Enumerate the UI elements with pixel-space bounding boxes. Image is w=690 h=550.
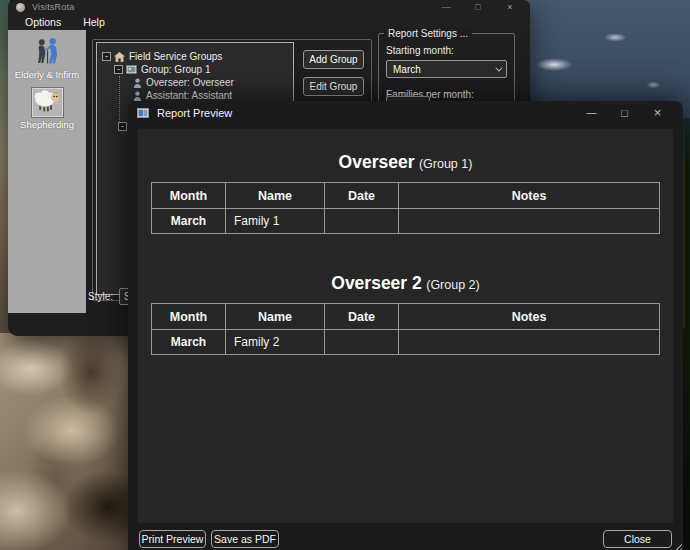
section-heading: Overseer 2 (Group 2) bbox=[138, 273, 673, 294]
tree-label-assistant: Assistant: Assistant bbox=[146, 90, 232, 101]
sheep-icon bbox=[31, 87, 64, 118]
sidebar-label-elderly: Elderly & Infirm bbox=[8, 69, 86, 80]
col-header-name: Name bbox=[226, 304, 325, 330]
section-subtitle: (Group 1) bbox=[419, 157, 473, 171]
person-icon bbox=[133, 78, 142, 88]
section-title: Overseer bbox=[339, 152, 415, 172]
sidebar: Elderly & Infirm bbox=[8, 30, 86, 313]
print-preview-button[interactable]: Print Preview bbox=[139, 530, 206, 548]
col-header-notes: Notes bbox=[399, 183, 660, 209]
cell-name: Family 1 bbox=[226, 209, 325, 234]
maximize-icon[interactable]: □ bbox=[608, 101, 641, 125]
minimize-icon[interactable]: — bbox=[575, 101, 608, 125]
tree-node-group1[interactable]: - Group: Group 1 bbox=[97, 63, 293, 76]
cell-date bbox=[325, 330, 399, 355]
collapse-icon[interactable]: - bbox=[118, 122, 127, 131]
menu-options[interactable]: Options bbox=[14, 15, 72, 29]
sidebar-item-shepherding[interactable]: Shepherding bbox=[8, 87, 86, 130]
maximize-icon[interactable]: □ bbox=[462, 0, 494, 14]
dialog-button-row: Print Preview Save as PDF Close bbox=[139, 530, 672, 548]
tree-label-root: Field Service Groups bbox=[129, 51, 222, 62]
table-row: March Family 2 bbox=[152, 330, 660, 355]
main-window-title: VisitsRota bbox=[32, 2, 74, 12]
section-title: Overseer 2 bbox=[331, 273, 422, 293]
col-header-notes: Notes bbox=[399, 304, 660, 330]
report-table-group2: Month Name Date Notes March Family 2 bbox=[151, 303, 660, 355]
report-icon bbox=[137, 104, 149, 122]
report-section-group1: Overseer (Group 1) Month Name Date Notes… bbox=[138, 129, 673, 234]
group-icon bbox=[126, 65, 137, 74]
cell-name: Family 2 bbox=[226, 330, 325, 355]
col-header-date: Date bbox=[325, 183, 399, 209]
report-table-group1: Month Name Date Notes March Family 1 bbox=[151, 182, 660, 234]
desktop: VisitsRota — □ × Options Help bbox=[0, 0, 690, 550]
wallpaper-tree-bark bbox=[0, 333, 138, 550]
report-settings-legend: Report Settings ... bbox=[384, 28, 472, 39]
close-icon[interactable]: × bbox=[494, 0, 526, 14]
cell-notes bbox=[399, 330, 660, 355]
col-header-month: Month bbox=[152, 183, 226, 209]
col-header-date: Date bbox=[325, 304, 399, 330]
tree-node-overseer[interactable]: Overseer: Overseer bbox=[97, 76, 293, 89]
tree-label-group1: Group: Group 1 bbox=[141, 64, 210, 75]
starting-month-select[interactable]: March bbox=[386, 60, 507, 78]
col-header-month: Month bbox=[152, 304, 226, 330]
close-icon[interactable]: × bbox=[641, 101, 674, 125]
collapse-icon[interactable]: - bbox=[114, 65, 123, 74]
add-group-button[interactable]: Add Group bbox=[303, 50, 364, 69]
section-subtitle: (Group 2) bbox=[426, 278, 480, 292]
person-icon bbox=[133, 91, 142, 101]
collapse-icon[interactable]: - bbox=[102, 52, 111, 61]
report-section-group2: Overseer 2 (Group 2) Month Name Date Not… bbox=[138, 273, 673, 355]
tree-label-overseer: Overseer: Overseer bbox=[146, 77, 234, 88]
style-label: Style: bbox=[88, 291, 113, 302]
report-preview-panel: Overseer (Group 1) Month Name Date Notes… bbox=[138, 129, 673, 523]
cell-month: March bbox=[152, 330, 226, 355]
chevron-down-icon bbox=[495, 64, 502, 71]
resize-grip-icon[interactable] bbox=[674, 544, 682, 550]
col-header-name: Name bbox=[226, 183, 325, 209]
table-header-row: Month Name Date Notes bbox=[152, 304, 660, 330]
elderly-infirm-icon bbox=[31, 50, 63, 67]
save-as-pdf-button[interactable]: Save as PDF bbox=[211, 530, 279, 548]
menu-help[interactable]: Help bbox=[72, 15, 116, 29]
main-title-bar[interactable]: VisitsRota — □ × bbox=[8, 0, 530, 14]
cell-month: March bbox=[152, 209, 226, 234]
starting-month-value: March bbox=[393, 64, 421, 75]
close-button[interactable]: Close bbox=[603, 530, 672, 548]
sidebar-label-shepherding: Shepherding bbox=[8, 119, 86, 130]
starting-month-label: Starting month: bbox=[386, 45, 507, 56]
dialog-title-bar[interactable]: Report Preview — □ × bbox=[128, 101, 683, 125]
sidebar-item-elderly[interactable]: Elderly & Infirm bbox=[8, 37, 86, 80]
table-header-row: Month Name Date Notes bbox=[152, 183, 660, 209]
cell-date bbox=[325, 209, 399, 234]
cell-notes bbox=[399, 209, 660, 234]
tree-connector-line bbox=[119, 76, 120, 122]
house-icon bbox=[114, 52, 125, 62]
edit-group-button[interactable]: Edit Group bbox=[303, 77, 364, 96]
tree-node-root[interactable]: - Field Service Groups bbox=[97, 50, 293, 63]
app-icon bbox=[16, 3, 25, 12]
table-row: March Family 1 bbox=[152, 209, 660, 234]
section-heading: Overseer (Group 1) bbox=[138, 129, 673, 173]
report-preview-dialog: Report Preview — □ × Overseer (Group 1) … bbox=[128, 101, 683, 550]
dialog-title: Report Preview bbox=[157, 107, 232, 119]
minimize-icon[interactable]: — bbox=[430, 0, 462, 14]
